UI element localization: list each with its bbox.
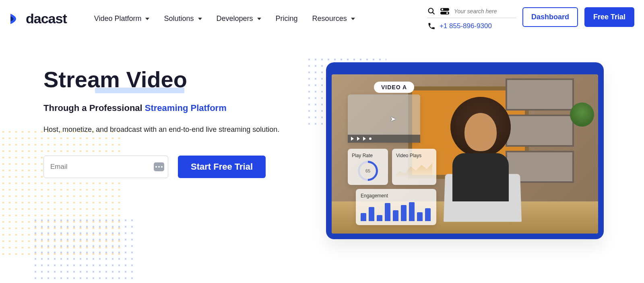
overlay-video-plays-card: Video Plays bbox=[392, 149, 436, 185]
nav-item-solutions[interactable]: Solutions bbox=[164, 14, 202, 23]
nav-item-video-platform[interactable]: Video Platform bbox=[94, 14, 150, 23]
phone-icon bbox=[427, 22, 436, 30]
chevron-down-icon bbox=[145, 18, 149, 20]
hero-subtitle-prefix: Through a Professional bbox=[43, 103, 145, 113]
hero-visual: VIDEO A ➤ Play Rate 65 bbox=[325, 66, 620, 178]
video-plays-sparkline-icon bbox=[396, 162, 432, 178]
overlay-play-rate-label: Play Rate bbox=[352, 153, 384, 158]
phone-link[interactable]: +1 855-896-9300 bbox=[440, 22, 492, 30]
nav-item-pricing[interactable]: Pricing bbox=[276, 14, 298, 23]
svg-point-3 bbox=[442, 8, 443, 10]
nav-label: Resources bbox=[312, 14, 347, 23]
start-free-trial-button[interactable]: Start Free Trial bbox=[178, 156, 266, 178]
phone-row: +1 855-896-9300 bbox=[427, 22, 516, 30]
dashboard-button[interactable]: Dashboard bbox=[522, 7, 578, 27]
svg-point-0 bbox=[428, 8, 433, 13]
prev-icon bbox=[351, 137, 354, 141]
overlay-engagement-card: Engagement bbox=[356, 189, 436, 225]
brand-logo[interactable]: dacast bbox=[10, 11, 67, 27]
volume-icon bbox=[369, 137, 372, 140]
search-input[interactable] bbox=[454, 8, 525, 14]
header-right: +1 855-896-9300 Dashboard Free Trial bbox=[427, 7, 634, 30]
scene-person bbox=[436, 97, 525, 201]
brand-logo-mark-icon bbox=[10, 12, 23, 26]
password-manager-icon[interactable] bbox=[154, 162, 164, 171]
overlay-player-controls bbox=[348, 135, 420, 143]
play-icon bbox=[357, 137, 360, 141]
nav-label: Developers bbox=[217, 14, 253, 23]
overlay-mini-player bbox=[348, 94, 420, 143]
hero-title: Stream Video bbox=[43, 66, 187, 92]
nav-label: Solutions bbox=[164, 14, 194, 23]
free-trial-button[interactable]: Free Trial bbox=[584, 7, 634, 27]
play-rate-ring-icon: 65 bbox=[354, 157, 382, 185]
email-field[interactable] bbox=[43, 156, 168, 178]
hero-video-scene: VIDEO A ➤ Play Rate 65 bbox=[332, 74, 598, 234]
chevron-down-icon bbox=[198, 18, 202, 20]
brand-name: dacast bbox=[26, 11, 67, 27]
hero-subtitle: Through a Professional Streaming Platfor… bbox=[43, 103, 301, 113]
hero-copy: Stream Video Through a Professional Stre… bbox=[43, 66, 301, 178]
settings-toggle-icon[interactable] bbox=[440, 8, 449, 14]
email-field-wrap bbox=[43, 156, 168, 178]
nav-label: Pricing bbox=[276, 14, 298, 23]
next-icon bbox=[363, 137, 366, 141]
hero-signup-form: Start Free Trial bbox=[43, 156, 301, 178]
nav-item-resources[interactable]: Resources bbox=[312, 14, 355, 23]
hero-video-card: VIDEO A ➤ Play Rate 65 bbox=[326, 62, 604, 239]
hero-subtitle-accent: Streaming Platform bbox=[145, 103, 227, 113]
engagement-bars-icon bbox=[361, 201, 431, 221]
nav-label: Video Platform bbox=[94, 14, 142, 23]
overlay-play-rate-card: Play Rate 65 bbox=[348, 149, 388, 185]
primary-nav: Video Platform Solutions Developers Pric… bbox=[94, 14, 355, 23]
chevron-down-icon bbox=[351, 18, 355, 20]
nav-item-developers[interactable]: Developers bbox=[217, 14, 261, 23]
overlay-video-plays-label: Video Plays bbox=[396, 153, 432, 158]
search-row bbox=[427, 7, 516, 18]
chevron-down-icon bbox=[257, 18, 261, 20]
scene-plant bbox=[570, 103, 594, 127]
search-icon[interactable] bbox=[427, 7, 436, 15]
cursor-icon: ➤ bbox=[390, 115, 396, 123]
overlay-engagement-label: Engagement bbox=[361, 193, 431, 199]
svg-line-1 bbox=[432, 12, 434, 14]
svg-point-5 bbox=[446, 12, 448, 14]
hero-section: Stream Video Through a Professional Stre… bbox=[0, 30, 644, 178]
overlay-play-rate-value: 65 bbox=[365, 168, 370, 173]
site-header: dacast Video Platform Solutions Develope… bbox=[0, 0, 644, 30]
search-and-phone-block: +1 855-896-9300 bbox=[427, 7, 516, 30]
overlay-video-label: VIDEO A bbox=[374, 82, 414, 93]
decorative-dots-blue-bottom bbox=[32, 217, 137, 283]
hero-description: Host, monetize, and broadcast with an en… bbox=[43, 124, 301, 135]
